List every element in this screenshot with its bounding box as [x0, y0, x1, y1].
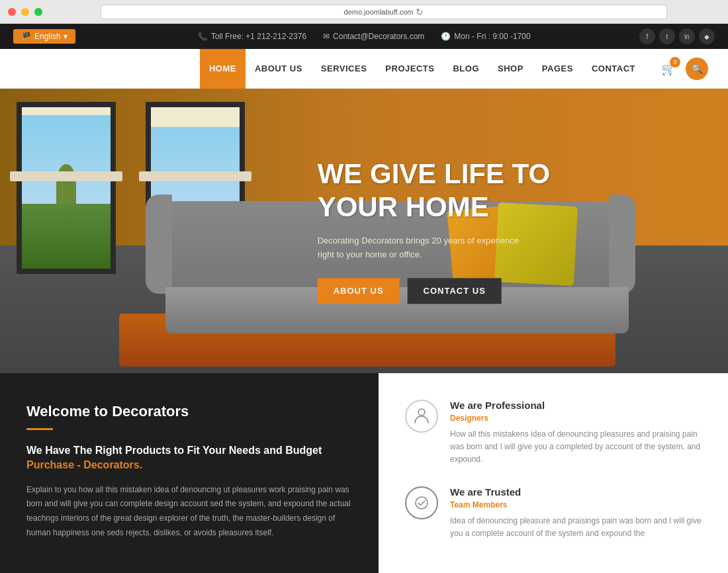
windowsill-right [139, 171, 251, 181]
contact-us-button[interactable]: CONTACT US [408, 279, 502, 304]
windowsill-left [10, 171, 122, 181]
browser-refresh-icon[interactable]: ↻ [416, 7, 424, 17]
feature-professional-subtitle: Designers [450, 414, 702, 423]
browser-dot-green[interactable] [34, 8, 42, 16]
nav-menu: HOME ABOUT US SERVICES PROJECTS BLOG SHO… [200, 49, 645, 89]
check-icon [405, 486, 438, 519]
nav-item-pages[interactable]: PAGES [533, 49, 582, 89]
nav-item-projects[interactable]: PROJECTS [376, 49, 443, 89]
window-left [17, 102, 116, 274]
email-icon: ✉ [323, 32, 330, 41]
browser-dot-yellow[interactable] [21, 8, 29, 16]
feature-professional-content: We are Professional Designers How all th… [450, 400, 702, 466]
phone-icon: 📞 [198, 32, 208, 41]
language-selector[interactable]: 🏴 English ▾ [13, 29, 75, 44]
feature-trusted: We are Trusted Team Members Idea of deno… [405, 486, 702, 540]
welcome-divider [26, 428, 53, 430]
welcome-subtitle: We Have The Right Products to Fit Your N… [26, 443, 352, 473]
feature-professional: We are Professional Designers How all th… [405, 400, 702, 466]
svg-point-1 [416, 497, 428, 509]
nav-item-services[interactable]: SERVICES [312, 49, 377, 89]
feature-trusted-text: Idea of denouncing pleasure and praising… [450, 515, 702, 540]
welcome-section: Welcome to Decorators We Have The Right … [0, 373, 728, 573]
welcome-left-panel: Welcome to Decorators We Have The Right … [0, 373, 379, 573]
window-inner-left [22, 107, 111, 269]
cart-badge: 0 [670, 57, 680, 67]
feature-professional-text: How all this mistakens idea of denouncin… [450, 428, 702, 466]
feature-trusted-content: We are Trusted Team Members Idea of deno… [450, 486, 702, 540]
hero-subtitle: Decorating Decorators brings 20 years of… [318, 234, 529, 262]
feature-professional-title: We are Professional [450, 400, 702, 411]
clock-icon: 🕐 [441, 32, 451, 41]
sofa-arm-right [609, 195, 635, 294]
social-links: f t in ◆ [639, 28, 715, 44]
phone-info: 📞 Toll Free: +1 212-212-2376 [198, 32, 306, 41]
feature-trusted-subtitle: Team Members [450, 500, 702, 509]
person-icon [405, 400, 438, 433]
nav-item-contact[interactable]: CONTACT [582, 49, 645, 89]
nav-icons: 🛒 0 🔍 [658, 58, 708, 80]
top-bar-info: 📞 Toll Free: +1 212-212-2376 ✉ Contact@D… [89, 32, 639, 41]
twitter-icon[interactable]: t [659, 28, 675, 44]
search-icon: 🔍 [692, 64, 703, 74]
chevron-down-icon: ▾ [64, 32, 68, 41]
welcome-right-panel: We are Professional Designers How all th… [379, 373, 728, 573]
welcome-link[interactable]: Purchase - Decorators. [26, 459, 142, 470]
sofa-arm-left [146, 195, 172, 294]
hero-buttons: ABOUT US CONTACT US [318, 279, 551, 304]
blind-right [151, 107, 240, 127]
linkedin-icon[interactable]: in [679, 28, 695, 44]
facebook-icon[interactable]: f [639, 28, 655, 44]
hours-info: 🕐 Mon - Fri : 9:00 -1700 [441, 32, 530, 41]
nav-item-home[interactable]: HOME [200, 49, 246, 89]
welcome-body: Explain to you how all this mistaken ide… [26, 483, 352, 540]
nav-item-blog[interactable]: BLOG [443, 49, 488, 89]
email-info: ✉ Contact@Decorators.com [323, 32, 424, 41]
nav-bar: HOME ABOUT US SERVICES PROJECTS BLOG SHO… [0, 49, 728, 89]
browser-chrome: demo.joomlabuff.com ↻ [0, 0, 728, 24]
browser-dot-red[interactable] [8, 8, 16, 16]
hero-section: WE GIVE LIFE TO YOUR HOME Decorating Dec… [0, 89, 728, 373]
browser-address-bar[interactable]: demo.joomlabuff.com ↻ [101, 5, 667, 19]
top-bar: 🏴 English ▾ 📞 Toll Free: +1 212-212-2376… [0, 24, 728, 49]
feature-trusted-title: We are Trusted [450, 486, 702, 498]
svg-point-0 [418, 409, 425, 416]
nav-item-about[interactable]: ABOUT US [246, 49, 312, 89]
hero-title: WE GIVE LIFE TO YOUR HOME [318, 157, 551, 224]
flag-icon: 🏴 [21, 32, 31, 41]
about-us-button[interactable]: ABOUT US [318, 279, 400, 304]
search-button[interactable]: 🔍 [686, 58, 708, 80]
hero-content: WE GIVE LIFE TO YOUR HOME Decorating Dec… [318, 157, 551, 304]
nav-item-shop[interactable]: SHOP [488, 49, 533, 89]
instagram-icon[interactable]: ◆ [699, 28, 715, 44]
cart-icon[interactable]: 🛒 0 [658, 58, 679, 79]
welcome-title: Welcome to Decorators [26, 403, 352, 420]
